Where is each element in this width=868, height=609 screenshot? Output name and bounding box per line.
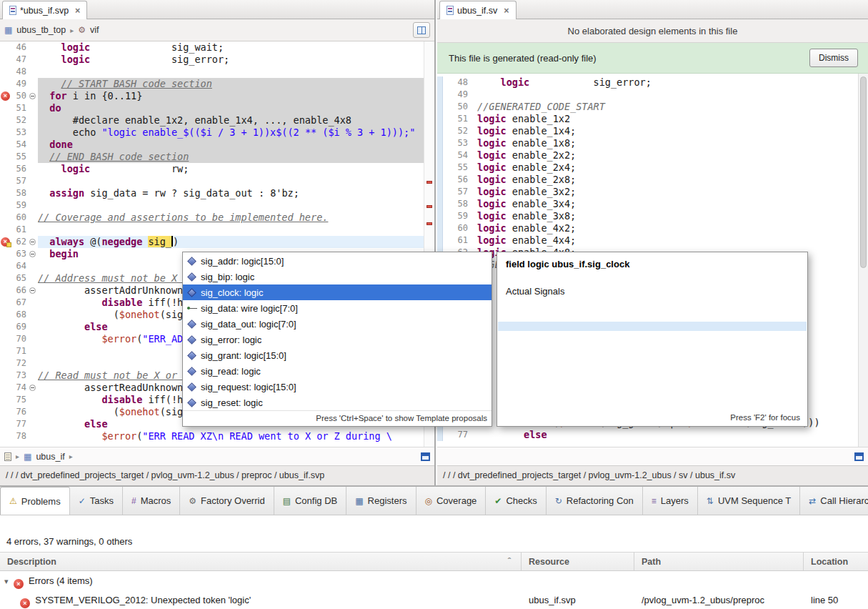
autocomplete-list[interactable]: sig_addr: logic[15:0]sig_bip: logicsig_c…: [183, 253, 492, 410]
bottom-tab-tasks[interactable]: ✓Tasks: [70, 487, 123, 515]
bottom-tab-uvm-sequence-tree[interactable]: ⇅UVM Sequence T: [698, 487, 800, 515]
code-line-52[interactable]: 52logic enable_1x4;: [437, 125, 868, 137]
fold-column: [470, 89, 477, 101]
code-line-56[interactable]: 56logic enable_2x8;: [437, 174, 868, 186]
code-line-50[interactable]: ×50 for i in {0..11}: [0, 90, 434, 102]
maximize-icon[interactable]: [421, 452, 430, 461]
bottom-tab-coverage[interactable]: ◎Coverage: [416, 487, 487, 515]
code-line-46[interactable]: 46 logic sig_wait;: [0, 41, 434, 54]
split-editor-button[interactable]: [413, 22, 430, 38]
code-line-53[interactable]: 53 echo "logic enable_$(($i / 3 + 1))x$(…: [0, 127, 434, 139]
fold-collapse-icon[interactable]: [29, 385, 36, 391]
completion-item[interactable]: sig_bip: logic: [183, 269, 492, 284]
column-resource[interactable]: Resource: [522, 553, 634, 570]
code-line-47[interactable]: 47 logic sig_error;: [0, 54, 434, 66]
completion-item[interactable]: sig_error: logic: [183, 332, 492, 347]
code-line-48[interactable]: 48: [0, 66, 434, 78]
fold-collapse-icon[interactable]: [29, 93, 36, 99]
breadcrumb-field[interactable]: vif: [90, 25, 99, 35]
code-line-57[interactable]: 57logic enable_3x2;: [437, 186, 868, 198]
breadcrumb-module[interactable]: ubus_tb_top: [16, 25, 66, 35]
tab-ubus-if-svp[interactable]: *ubus_if.svp ×: [2, 1, 87, 19]
fold-collapse-icon[interactable]: [29, 251, 36, 257]
completion-item[interactable]: sig_reset: logic: [183, 395, 492, 410]
fold-column: [29, 382, 38, 394]
annotation-column: [0, 139, 11, 151]
column-description[interactable]: Description ˆ: [0, 553, 522, 570]
completion-item[interactable]: sig_data_out: logic[7:0]: [183, 316, 492, 332]
column-location[interactable]: Location: [804, 553, 868, 570]
code-line-55[interactable]: 55logic enable_2x4;: [437, 162, 868, 174]
code-segment: [477, 76, 501, 88]
code-line-52[interactable]: 52 #declare enable_1x2, enable_1x4, ...,…: [0, 114, 434, 127]
line-number: 71: [11, 345, 29, 357]
overview-error-marker[interactable]: [426, 222, 432, 225]
code-line-49[interactable]: 49 // START BASH code section: [0, 78, 434, 90]
code-segment: (: [38, 406, 119, 417]
code-line-77[interactable]: 77 else: [437, 429, 868, 441]
maximize-icon[interactable]: [854, 452, 864, 461]
completion-item[interactable]: sig_read: logic: [183, 363, 492, 379]
fold-collapse-icon[interactable]: [29, 239, 36, 245]
vertical-scrollbar[interactable]: [858, 74, 868, 447]
code-line-78[interactable]: 78 $error("ERR READ XZ\n READ went to X …: [0, 430, 434, 442]
bottom-tab-checks[interactable]: ✔Checks: [486, 487, 546, 515]
completion-item[interactable]: sig_request: logic[15:0]: [183, 379, 492, 395]
overview-error-marker[interactable]: [426, 205, 432, 208]
mini-breadcrumb-label[interactable]: ubus_if: [36, 452, 64, 462]
problems-group-row[interactable]: ▾ × Errors (4 items): [0, 571, 868, 590]
tab-ubus-if-sv[interactable]: ubus_if.sv ×: [439, 1, 517, 19]
code-line-60[interactable]: 60logic enable_4x2;: [437, 222, 868, 234]
code-line-57[interactable]: 57: [0, 175, 434, 187]
completion-item[interactable]: sig_grant: logic[15:0]: [183, 347, 492, 363]
fold-column: [29, 102, 38, 114]
expander-icon[interactable]: ▾: [4, 577, 9, 585]
problems-item-row[interactable]: × SYSTEM_VERILOG_2012: Unexpected token …: [0, 590, 868, 609]
bottom-tab-layers[interactable]: ≡Layers: [643, 487, 698, 515]
code-line-49[interactable]: 49: [437, 89, 868, 101]
dismiss-button[interactable]: Dismiss: [809, 49, 858, 67]
code-segment: logic: [61, 54, 91, 65]
error-fix-marker[interactable]: ×: [1, 237, 10, 247]
error-marker[interactable]: ×: [1, 91, 10, 101]
bottom-tab-factory-overrides[interactable]: ⚙Factory Overrid: [180, 487, 274, 515]
code-line-54[interactable]: 54 done: [0, 139, 434, 151]
code-line-59[interactable]: 59logic enable_3x8;: [437, 210, 868, 222]
bottom-tab-call-hierarchy[interactable]: ⇄Call Hierarchy: [800, 487, 868, 515]
code-line-62[interactable]: ×62 always @(negedge sig_): [0, 236, 434, 248]
code-line-61[interactable]: 61: [0, 224, 434, 236]
code-line-48[interactable]: 48 logic sig_error;: [437, 76, 868, 89]
tab-close-icon[interactable]: ×: [75, 6, 80, 16]
field-icon: [187, 367, 196, 376]
code-line-60[interactable]: 60// Coverage and assertions to be imple…: [0, 212, 434, 224]
completion-item[interactable]: sig_addr: logic[15:0]: [183, 253, 492, 269]
code-line-53[interactable]: 53logic enable_1x8;: [437, 137, 868, 149]
completion-item[interactable]: sig_clock: logic: [183, 284, 492, 300]
code-segment: else: [524, 429, 547, 440]
bottom-tab-refactoring-console[interactable]: ↻Refactoring Con: [547, 487, 643, 515]
code-line-50[interactable]: 50//GENERATED_CODE_START: [437, 101, 868, 113]
bottom-tab-problems[interactable]: ⚠Problems: [0, 487, 70, 515]
code-line-55[interactable]: 55 // END BASH code section: [0, 151, 434, 163]
scrollbar-thumb[interactable]: [860, 76, 867, 268]
code-segment: disable: [101, 394, 142, 405]
fold-collapse-icon[interactable]: [29, 287, 36, 294]
bottom-tab-macros[interactable]: #Macros: [123, 487, 180, 515]
code-line-51[interactable]: 51logic enable_1x2: [437, 113, 868, 125]
overview-error-marker[interactable]: [426, 181, 432, 184]
code-segment: sig_error;: [594, 76, 652, 88]
code-line-51[interactable]: 51 do: [0, 102, 434, 114]
bottom-tab-registers[interactable]: ▦Registers: [346, 487, 416, 515]
field-icon: [187, 335, 196, 345]
bottom-tab-config-db[interactable]: ▤Config DB: [274, 487, 347, 515]
tab-close-icon[interactable]: ×: [504, 6, 509, 16]
code-line-54[interactable]: 54logic enable_2x2;: [437, 149, 868, 162]
code-line-61[interactable]: 61logic enable_4x4;: [437, 234, 868, 247]
completion-item[interactable]: sig_data: wire logic[7:0]: [183, 300, 492, 316]
code-line-59[interactable]: 59: [0, 199, 434, 212]
code-line-58[interactable]: 58 assign sig_data = rw ? sig_data_out :…: [0, 187, 434, 199]
code-line-56[interactable]: 56 logic rw;: [0, 163, 434, 175]
code-segment: logic: [477, 198, 507, 209]
code-line-58[interactable]: 58logic enable_3x4;: [437, 198, 868, 210]
column-path[interactable]: Path: [634, 553, 804, 570]
